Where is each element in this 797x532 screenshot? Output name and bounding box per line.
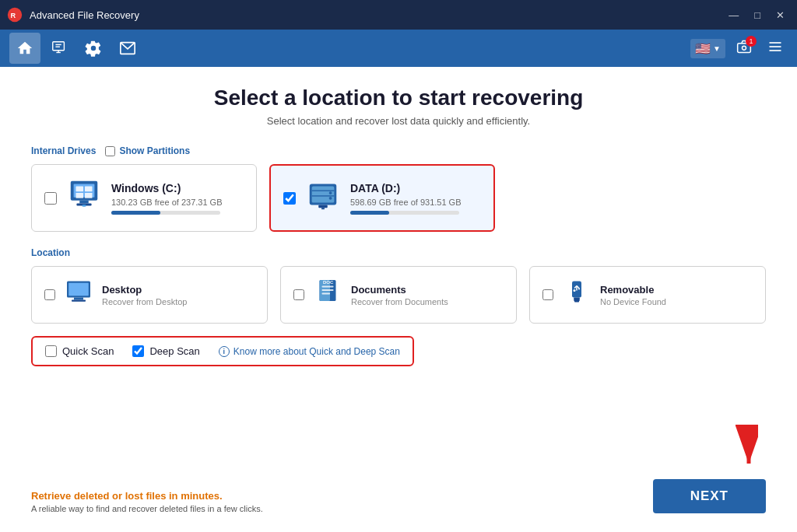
bottom-left: Retrieve deleted or lost files in minute… xyxy=(31,490,263,513)
deep-scan-label: Deep Scan xyxy=(149,345,199,357)
documents-icon: DOC xyxy=(314,278,342,312)
svg-rect-19 xyxy=(79,201,89,204)
drive-c-progress-fill xyxy=(111,211,160,215)
removable-name: Removable xyxy=(600,284,666,296)
location-card-removable[interactable]: Removable No Device Found xyxy=(529,266,766,324)
close-button[interactable]: ✕ xyxy=(770,8,791,23)
svg-rect-29 xyxy=(321,208,325,209)
info-icon: i xyxy=(219,346,230,357)
red-arrow-icon xyxy=(711,425,758,471)
drive-c-info: Windows (C:) 130.23 GB free of 237.31 GB xyxy=(111,182,222,215)
svg-text:R: R xyxy=(11,12,16,19)
location-section-label: Location xyxy=(31,247,766,258)
removable-checkbox[interactable] xyxy=(542,289,553,300)
quick-scan-label: Quick Scan xyxy=(62,345,114,357)
svg-rect-36 xyxy=(322,286,334,288)
deep-scan-checkbox[interactable] xyxy=(132,345,144,357)
internal-drives-label: Internal Drives xyxy=(31,145,96,156)
location-card-documents[interactable]: DOC Documents Recover from Documents xyxy=(280,266,517,324)
removable-sub: No Device Found xyxy=(600,297,666,306)
documents-sub: Recover from Documents xyxy=(351,297,448,306)
svg-rect-32 xyxy=(74,298,83,300)
svg-point-26 xyxy=(329,191,332,194)
svg-rect-37 xyxy=(322,289,334,291)
desktop-icon xyxy=(65,278,93,312)
svg-point-46 xyxy=(578,288,580,289)
show-partitions-checkbox[interactable] xyxy=(105,146,115,156)
show-partitions-text: Show Partitions xyxy=(119,145,190,156)
drive-d-icon xyxy=(305,177,341,219)
svg-rect-38 xyxy=(322,293,331,295)
documents-name: Documents xyxy=(351,284,448,296)
removable-info: Removable No Device Found xyxy=(600,284,666,306)
svg-rect-16 xyxy=(85,186,93,191)
drive-card-c[interactable]: Windows (C:) 130.23 GB free of 237.31 GB xyxy=(31,164,257,232)
drive-c-name: Windows (C:) xyxy=(111,182,222,194)
search-nav-icon[interactable] xyxy=(44,33,75,64)
drive-d-progress-bg xyxy=(350,211,459,215)
scan-options-container: Quick Scan Deep Scan i Know more about Q… xyxy=(31,336,414,366)
language-button[interactable]: 🇺🇸 ▼ xyxy=(690,39,725,58)
drive-d-free: 598.69 GB free of 931.51 GB xyxy=(350,198,461,207)
app-logo: R xyxy=(6,6,23,23)
scan-info-link[interactable]: i Know more about Quick and Deep Scan xyxy=(219,346,400,357)
drive-d-checkbox[interactable] xyxy=(283,192,296,205)
maximize-button[interactable]: □ xyxy=(748,8,767,23)
drive-c-free: 130.23 GB free of 237.31 GB xyxy=(111,198,222,207)
drive-c-progress-bg xyxy=(111,211,220,215)
promo-text: Retrieve deleted or lost files in minute… xyxy=(31,490,263,502)
svg-point-45 xyxy=(574,289,576,292)
location-section: Location Desktop Recover from Desktop xyxy=(31,247,766,324)
documents-checkbox[interactable] xyxy=(293,289,304,300)
deep-scan-option[interactable]: Deep Scan xyxy=(132,345,199,357)
location-cards: Desktop Recover from Desktop DOC xyxy=(31,266,766,324)
quick-scan-option[interactable]: Quick Scan xyxy=(45,345,114,357)
next-button-area: NEXT xyxy=(653,479,766,513)
title-bar: R Advanced File Recovery — □ ✕ xyxy=(0,0,797,30)
svg-rect-47 xyxy=(574,300,579,303)
drive-c-checkbox[interactable] xyxy=(44,192,57,205)
quick-scan-checkbox[interactable] xyxy=(45,345,57,357)
desktop-name: Desktop xyxy=(102,284,187,296)
drive-d-progress-fill xyxy=(350,211,389,215)
page-subheading: Select location and recover lost data qu… xyxy=(31,115,766,127)
scan-info-text: Know more about Quick and Deep Scan xyxy=(233,346,400,357)
svg-point-21 xyxy=(82,205,86,207)
camera-button[interactable]: 1 xyxy=(732,36,757,61)
menu-button[interactable] xyxy=(763,36,788,61)
svg-point-9 xyxy=(743,46,746,50)
main-content: Select a location to start recovering Se… xyxy=(0,67,797,532)
svg-rect-17 xyxy=(75,193,83,198)
svg-rect-18 xyxy=(85,193,93,198)
svg-rect-2 xyxy=(53,42,65,51)
desktop-sub: Recover from Desktop xyxy=(102,297,187,306)
drive-d-name: DATA (D:) xyxy=(350,182,461,194)
show-partitions-label[interactable]: Show Partitions xyxy=(105,145,190,156)
next-button[interactable]: NEXT xyxy=(653,479,766,513)
location-label: Location xyxy=(31,247,70,258)
location-card-desktop[interactable]: Desktop Recover from Desktop xyxy=(31,266,268,324)
promo-sub: A reliable way to find and recover delet… xyxy=(31,504,263,513)
notification-badge: 1 xyxy=(746,36,757,47)
svg-rect-23 xyxy=(312,186,335,202)
page-title: Select a location to start recovering xyxy=(31,86,766,110)
drive-d-info: DATA (D:) 598.69 GB free of 931.51 GB xyxy=(350,182,461,215)
bottom-section: Retrieve deleted or lost files in minute… xyxy=(31,379,766,520)
drives-row: Windows (C:) 130.23 GB free of 237.31 GB xyxy=(31,164,766,232)
app-title: Advanced File Recovery xyxy=(30,9,722,21)
home-nav-icon[interactable] xyxy=(9,33,40,64)
svg-text:DOC: DOC xyxy=(323,280,334,285)
nav-bar: 🇺🇸 ▼ 1 xyxy=(0,30,797,67)
internal-drives-section-label: Internal Drives Show Partitions xyxy=(31,145,766,156)
mail-nav-icon[interactable] xyxy=(112,33,143,64)
desktop-info: Desktop Recover from Desktop xyxy=(102,284,187,306)
drive-card-d[interactable]: DATA (D:) 598.69 GB free of 931.51 GB xyxy=(269,164,495,232)
page-heading: Select a location to start recovering Se… xyxy=(31,86,766,127)
settings-nav-icon[interactable] xyxy=(78,33,109,64)
minimize-button[interactable]: — xyxy=(722,8,745,23)
removable-icon xyxy=(563,278,591,312)
desktop-checkbox[interactable] xyxy=(44,289,55,300)
drive-c-icon xyxy=(66,177,102,219)
svg-rect-15 xyxy=(75,186,83,191)
svg-rect-28 xyxy=(318,205,328,208)
